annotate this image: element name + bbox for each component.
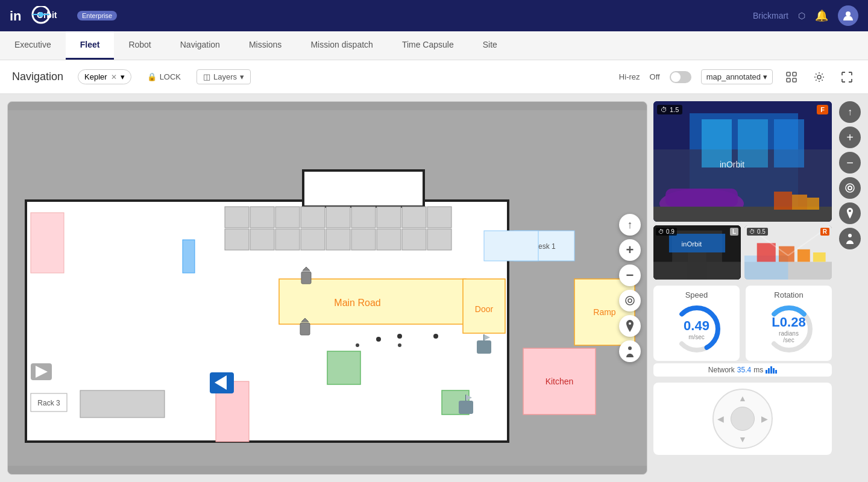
network-row: Network 35.4 ms xyxy=(653,363,832,377)
camera-left-speed-icon: ⏱ xyxy=(658,228,664,235)
svg-rect-49 xyxy=(327,351,360,384)
svg-point-5 xyxy=(846,11,851,16)
zoom-person-button[interactable] xyxy=(619,340,641,362)
camera-right-badge: ⏱ 0.5 xyxy=(747,228,768,236)
svg-text:Rack 3: Rack 3 xyxy=(37,399,60,407)
camera-right-speed-value: 0.5 xyxy=(757,228,766,235)
svg-rect-99 xyxy=(797,249,810,262)
tab-missions[interactable]: Missions xyxy=(234,31,296,60)
brickmart-label: Brickmart xyxy=(753,11,788,20)
share-button[interactable] xyxy=(782,68,800,86)
camera-right-speed-icon: ⏱ xyxy=(749,228,755,235)
joystick-container: ▲ ▼ ◀ ▶ xyxy=(653,383,832,455)
svg-rect-78 xyxy=(774,119,804,167)
bar-4 xyxy=(773,368,775,374)
right-section: inOrbit ⏱ 1.5 F xyxy=(653,101,861,475)
nav-zoom-out-button[interactable]: − xyxy=(839,152,861,174)
tab-executive[interactable]: Executive xyxy=(0,31,66,60)
right-panel: inOrbit ⏱ 1.5 F xyxy=(653,101,832,475)
tab-mission-dispatch[interactable]: Mission dispatch xyxy=(296,31,388,60)
svg-rect-80 xyxy=(665,189,738,207)
layers-button[interactable]: ◫ Layers ▾ xyxy=(197,69,251,84)
bar-5 xyxy=(775,370,777,374)
svg-rect-13 xyxy=(303,171,424,207)
navbar-left: in Orbit Enterprise xyxy=(10,6,117,25)
tab-robot[interactable]: Robot xyxy=(114,31,165,60)
svg-point-71 xyxy=(626,296,634,305)
floorplan: Main Road Door Ramp Desk 1 Kitchen Rack … xyxy=(8,102,647,474)
tab-fleet[interactable]: Fleet xyxy=(66,31,115,60)
joystick-center[interactable] xyxy=(731,407,755,431)
speed-value: 0.49 m/sec xyxy=(684,318,709,340)
nav-person-button[interactable] xyxy=(839,228,861,249)
svg-point-10 xyxy=(817,75,821,79)
camera-left-letter: L xyxy=(730,228,738,236)
svg-rect-22 xyxy=(427,207,451,228)
svg-rect-6 xyxy=(787,72,790,76)
bar-3 xyxy=(770,366,772,374)
nav-recenter-button[interactable] xyxy=(839,177,861,199)
map-container[interactable]: Main Road Door Ramp Desk 1 Kitchen Rack … xyxy=(7,101,647,475)
navbar-right: Brickmart ⬡ 🔔 xyxy=(753,5,858,26)
bell-icon[interactable]: 🔔 xyxy=(815,9,828,22)
tab-navigation[interactable]: Navigation xyxy=(166,31,234,60)
svg-point-108 xyxy=(846,184,854,192)
zoom-north-button[interactable]: ↑ xyxy=(619,214,641,236)
svg-rect-84 xyxy=(807,198,819,210)
fullscreen-button[interactable] xyxy=(838,68,856,86)
svg-rect-97 xyxy=(757,243,776,261)
camera-main-scene: inOrbit xyxy=(653,101,832,222)
svg-rect-28 xyxy=(351,229,376,250)
svg-rect-33 xyxy=(183,240,195,273)
joystick[interactable]: ▲ ▼ ◀ ▶ xyxy=(712,389,773,449)
gauges-row: Speed 0.49 m/sec Rotation xyxy=(653,286,832,361)
svg-rect-8 xyxy=(787,78,790,82)
svg-rect-16 xyxy=(275,207,300,228)
joystick-right-arrow: ▶ xyxy=(761,414,768,424)
tabbar: Executive Fleet Robot Navigation Mission… xyxy=(0,31,868,60)
zoom-in-button[interactable]: + xyxy=(619,239,641,261)
map-select-label: map_annotated xyxy=(706,72,761,81)
hirez-toggle[interactable] xyxy=(670,71,691,83)
lock-button[interactable]: 🔒 LOCK xyxy=(141,70,187,84)
side-controls: ↑ + − xyxy=(839,101,861,475)
filter-chip-label: Kepler xyxy=(84,72,107,81)
tab-site[interactable]: Site xyxy=(468,31,512,60)
svg-rect-18 xyxy=(326,207,350,228)
zoom-controls: ↑ + − xyxy=(619,214,641,362)
rotation-unit2: /sec xyxy=(772,337,805,343)
filter-chip-dropdown-icon[interactable]: ▾ xyxy=(121,72,125,81)
nav-zoom-in-button[interactable]: + xyxy=(839,127,861,148)
settings-button[interactable] xyxy=(810,68,828,86)
filter-chip-close-icon[interactable]: ✕ xyxy=(111,73,117,81)
map-select[interactable]: map_annotated ▾ xyxy=(701,69,773,84)
avatar[interactable] xyxy=(838,5,858,26)
speed-circle: 0.49 m/sec xyxy=(670,302,724,356)
tab-time-capsule[interactable]: Time Capsule xyxy=(388,31,468,60)
svg-rect-29 xyxy=(377,229,401,250)
camera-main-speed-icon: ⏱ xyxy=(661,106,667,113)
nav-up-button[interactable]: ↑ xyxy=(839,101,861,123)
camera-left-speed-value: 0.9 xyxy=(666,228,675,235)
svg-rect-17 xyxy=(301,207,325,228)
svg-rect-23 xyxy=(225,229,249,250)
logo: in Orbit xyxy=(10,6,70,25)
rotation-number: L0.28 xyxy=(772,315,805,330)
svg-point-107 xyxy=(848,186,852,190)
svg-text:Main Road: Main Road xyxy=(334,298,380,308)
camera-main-f-badge: F xyxy=(817,105,828,114)
network-unit: ms xyxy=(753,366,763,374)
filter-chip-kepler[interactable]: Kepler ✕ ▾ xyxy=(78,69,131,84)
svg-rect-47 xyxy=(80,390,165,418)
svg-rect-9 xyxy=(793,78,796,82)
nav-pin-button[interactable] xyxy=(839,202,861,224)
zoom-out-button[interactable]: − xyxy=(619,264,641,286)
svg-rect-59 xyxy=(477,340,491,354)
zoom-recenter-button[interactable] xyxy=(619,290,641,311)
svg-rect-31 xyxy=(427,229,451,250)
svg-text:inOrbit: inOrbit xyxy=(682,240,702,248)
zoom-pin-button[interactable] xyxy=(619,315,641,337)
camera-left-badge: ⏱ 0.9 xyxy=(656,228,677,236)
svg-rect-26 xyxy=(301,229,325,250)
rotation-gauge: Rotation L0.28 radians /sec xyxy=(746,286,832,361)
